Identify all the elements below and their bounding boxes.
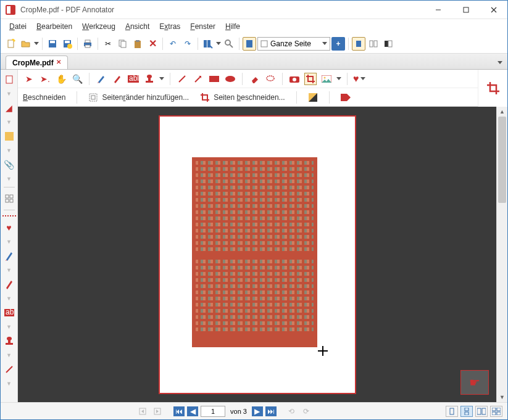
add-margins-action[interactable]: Seitenränder hinzufügen...: [88, 93, 189, 102]
note-tool-icon[interactable]: [3, 130, 15, 142]
image-icon[interactable]: [320, 73, 333, 85]
menu-tool[interactable]: Werkzeug: [78, 21, 119, 32]
layout-spread-button[interactable]: [381, 37, 395, 51]
scrollbar-thumb[interactable]: [498, 117, 506, 203]
zoom-tool-icon[interactable]: 🔍: [71, 73, 83, 85]
crop-tool-icon[interactable]: [304, 73, 317, 85]
collapse-icon[interactable]: ▼: [6, 324, 12, 330]
document-tab[interactable]: CropMe.pdf ✕: [6, 56, 68, 69]
copy-button[interactable]: [116, 37, 130, 51]
nav-back-button[interactable]: ⟲: [285, 405, 298, 418]
layout-double-button[interactable]: [367, 37, 380, 51]
favorites-dropdown[interactable]: ♥: [353, 73, 365, 84]
menu-help[interactable]: Hilfe: [222, 21, 244, 32]
zoom-select[interactable]: Ganze Seite: [257, 37, 330, 51]
crop-pages-action[interactable]: Seiten beschneiden...: [200, 93, 285, 102]
document-viewport[interactable]: ☛: [18, 107, 496, 402]
print-button[interactable]: [81, 37, 94, 51]
crop-mode-icon[interactable]: [487, 82, 499, 97]
page-icon[interactable]: [243, 37, 256, 51]
page-number-input[interactable]: [201, 406, 225, 417]
marker-icon[interactable]: [3, 250, 15, 262]
menu-view[interactable]: Ansicht: [122, 21, 153, 32]
tabs-overflow-button[interactable]: [495, 57, 505, 67]
minimize-button[interactable]: [424, 1, 452, 19]
next-page-button[interactable]: ▶: [252, 406, 263, 416]
undo-button[interactable]: ↶: [166, 37, 180, 51]
collapse-icon[interactable]: ▼: [6, 91, 12, 97]
delete-button[interactable]: ✕: [146, 37, 159, 51]
vertical-scrollbar[interactable]: ▲ ▼: [496, 107, 507, 402]
favorite-icon[interactable]: ♥: [3, 221, 15, 234]
last-page-button[interactable]: ⏭: [265, 406, 277, 416]
view-continuous-button[interactable]: [460, 406, 473, 417]
layout-single-button[interactable]: [352, 37, 365, 51]
text-box-icon[interactable]: ab: [3, 307, 15, 319]
scroll-down-icon[interactable]: ▼: [497, 392, 507, 402]
first-page-button[interactable]: ⏮: [173, 406, 185, 416]
view-two-up-button[interactable]: [475, 406, 488, 417]
collapse-icon[interactable]: ▼: [6, 267, 12, 273]
eraser-icon[interactable]: [248, 73, 260, 85]
maximize-button[interactable]: [452, 1, 480, 19]
lasso-icon[interactable]: [264, 73, 277, 85]
page-tool-icon[interactable]: [3, 73, 15, 86]
view-two-cont-button[interactable]: [490, 406, 502, 417]
view-single-button[interactable]: [446, 406, 458, 417]
rect-icon[interactable]: [208, 73, 220, 85]
page-thumb-prev-icon[interactable]: [136, 405, 149, 418]
open-button[interactable]: [19, 37, 33, 51]
collapse-icon[interactable]: ▼: [6, 176, 12, 182]
menu-window[interactable]: Fenster: [186, 21, 219, 32]
highlighter-icon[interactable]: [95, 73, 107, 85]
pointer-plus-icon[interactable]: ➤.: [39, 73, 51, 85]
line-icon[interactable]: [176, 73, 188, 85]
redo-button[interactable]: ↷: [181, 37, 194, 51]
textbox-ann-icon[interactable]: abl: [127, 73, 139, 85]
page-thumb-next-icon[interactable]: [151, 405, 164, 418]
search-button[interactable]: [222, 37, 236, 51]
hand-pan-button[interactable]: ☛: [460, 370, 489, 395]
collapse-icon[interactable]: ▼: [6, 239, 12, 245]
collapse-icon[interactable]: ▼: [6, 119, 12, 125]
stamp-ann-icon[interactable]: [143, 73, 156, 85]
cut-button[interactable]: ✂: [101, 37, 115, 51]
find-button[interactable]: [201, 37, 215, 51]
close-button[interactable]: [480, 1, 507, 19]
prev-page-button[interactable]: ◀: [187, 406, 198, 416]
chevron-down-icon[interactable]: [336, 77, 341, 80]
scroll-up-icon[interactable]: ▲: [497, 107, 507, 117]
pencil-ann-icon[interactable]: [111, 73, 123, 85]
pointer-tool-icon[interactable]: ➤: [23, 73, 35, 85]
arrow-icon[interactable]: [192, 73, 204, 85]
collapse-icon[interactable]: ▼: [6, 381, 12, 387]
menu-file[interactable]: Datei: [6, 21, 30, 32]
pencil-icon[interactable]: [3, 278, 15, 290]
color-action[interactable]: [308, 93, 318, 102]
tag-action[interactable]: [341, 93, 351, 102]
open-dropdown-icon[interactable]: [34, 42, 39, 45]
camera-icon[interactable]: [288, 73, 301, 85]
menu-extras[interactable]: Extras: [156, 21, 184, 32]
pdf-page[interactable]: [159, 115, 356, 394]
chevron-down-icon[interactable]: [159, 77, 164, 80]
zoom-plus-button[interactable]: +: [331, 37, 345, 51]
paste-button[interactable]: [131, 37, 144, 51]
hand-tool-icon[interactable]: ✋: [55, 73, 67, 85]
nav-fwd-button[interactable]: ⟳: [300, 405, 312, 418]
collapse-icon[interactable]: ▼: [6, 352, 12, 358]
grid-button[interactable]: [3, 192, 15, 205]
collapse-icon[interactable]: ▼: [6, 147, 12, 154]
line-tool-icon[interactable]: [3, 363, 15, 376]
stamp-icon[interactable]: [3, 335, 15, 347]
save-as-button[interactable]: [60, 37, 74, 51]
menu-edit[interactable]: Bearbeiten: [33, 21, 76, 32]
collapse-icon[interactable]: ▼: [6, 295, 12, 302]
save-button[interactable]: [46, 37, 59, 51]
attachment-tool-icon[interactable]: 📎: [3, 159, 15, 171]
new-button[interactable]: [4, 37, 18, 51]
crop-action[interactable]: Beschneiden: [23, 93, 65, 102]
tab-close-icon[interactable]: ✕: [56, 59, 64, 66]
ellipse-icon[interactable]: [224, 73, 236, 85]
pen-tool-icon[interactable]: ◢: [3, 102, 15, 114]
